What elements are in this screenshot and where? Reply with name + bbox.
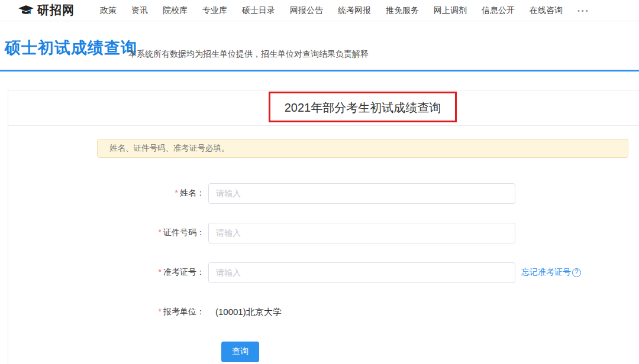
nav-item-info-disclosure[interactable]: 信息公开 xyxy=(482,5,515,16)
required-star: * xyxy=(159,228,162,237)
top-navigation: 研招网 政策 资讯 院校库 专业库 硕士目录 网报公告 统考网报 推免服务 网上… xyxy=(0,0,639,21)
graduation-cap-icon xyxy=(18,5,34,17)
name-label: *姓名： xyxy=(8,188,205,199)
forgot-ticket-link[interactable]: 忘记准考证号? xyxy=(521,267,581,278)
id-number-label: *证件号码： xyxy=(8,228,205,238)
ticket-input[interactable] xyxy=(208,262,515,283)
nav-item-master-catalog[interactable]: 硕士目录 xyxy=(242,5,275,16)
notice-text: 姓名、证件号码、准考证号必填。 xyxy=(109,143,230,154)
nav-item-policy[interactable]: 政策 xyxy=(100,5,117,16)
page-title: 硕士初试成绩查询 xyxy=(5,37,137,58)
name-input[interactable] xyxy=(208,183,515,204)
required-star: * xyxy=(175,188,178,197)
nav-more-dots[interactable]: ••• xyxy=(577,7,590,14)
nav-item-online-consult[interactable]: 在线咨询 xyxy=(530,5,563,16)
nav-item-unified-exam-reg[interactable]: 统考网报 xyxy=(338,5,371,16)
submit-row: 查询 xyxy=(8,341,639,362)
nav-item-college-library[interactable]: 院校库 xyxy=(163,5,188,16)
nav-item-news[interactable]: 资讯 xyxy=(131,5,148,16)
nav-item-online-adjustment[interactable]: 网上调剂 xyxy=(434,5,467,16)
unit-row: *报考单位： (10001)北京大学 xyxy=(8,301,639,323)
panel-title: 2021年部分考生初试成绩查询 xyxy=(285,100,441,116)
unit-label: *报考单位： xyxy=(8,307,205,317)
id-number-row: *证件号码： xyxy=(8,222,639,243)
site-logo[interactable]: 研招网 xyxy=(18,2,75,18)
nav-item-major-library[interactable]: 专业库 xyxy=(202,5,227,16)
required-fields-notice: 姓名、证件号码、准考证号必填。 xyxy=(97,139,628,158)
id-number-input[interactable] xyxy=(208,223,515,243)
page-subtitle: 本系统所有数据均为招生单位提供，招生单位对查询结果负责解释 xyxy=(128,49,369,60)
blue-divider xyxy=(0,70,639,72)
nav-item-exempt-service[interactable]: 推免服务 xyxy=(386,5,419,16)
name-row: *姓名： xyxy=(8,183,639,204)
query-button[interactable]: 查询 xyxy=(221,342,259,362)
ticket-label: *准考证号： xyxy=(8,267,205,278)
question-circle-icon: ? xyxy=(572,268,581,277)
score-query-form: *姓名： *证件号码： *准考证号： 忘记准考证号? *报考单位： (10001… xyxy=(8,183,639,362)
nav-item-announcements[interactable]: 网报公告 xyxy=(290,5,323,16)
nav-menu: 政策 资讯 院校库 专业库 硕士目录 网报公告 统考网报 推免服务 网上调剂 信… xyxy=(85,5,590,16)
unit-value: (10001)北京大学 xyxy=(215,307,282,318)
query-panel: 2021年部分考生初试成绩查询 姓名、证件号码、准考证号必填。 *姓名： *证件… xyxy=(8,90,639,364)
required-star: * xyxy=(159,307,162,316)
required-star: * xyxy=(159,267,162,277)
logo-text: 研招网 xyxy=(37,2,75,18)
ticket-row: *准考证号： 忘记准考证号? xyxy=(8,262,639,283)
panel-header: 2021年部分考生初试成绩查询 xyxy=(8,90,639,126)
